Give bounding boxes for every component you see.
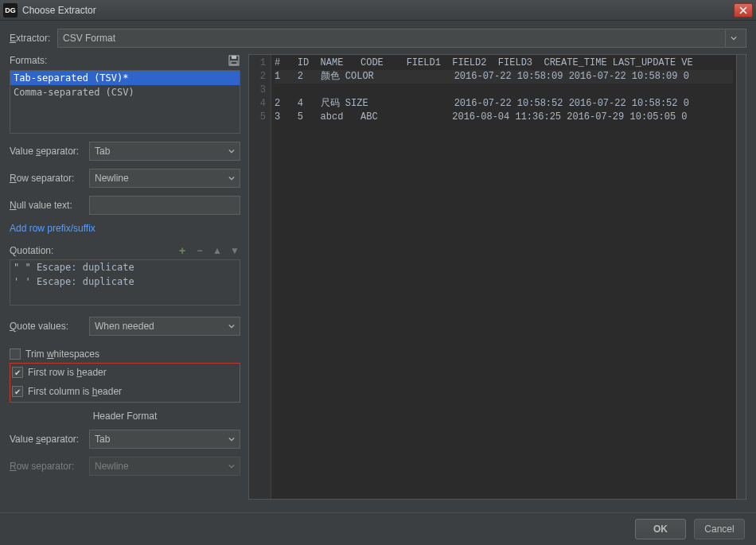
first-row-header-checkbox[interactable]: [12, 367, 23, 378]
quotation-row[interactable]: " " Escape: duplicate: [10, 260, 240, 274]
add-icon[interactable]: +: [177, 245, 188, 256]
value-separator-label: Value separator:: [10, 146, 89, 157]
chevron-down-icon: [725, 29, 741, 47]
hf-row-separator-value: Newline: [95, 461, 129, 472]
titlebar: DG Choose Extractor: [0, 0, 756, 21]
hf-value-separator-label: Value separator:: [10, 434, 89, 445]
hf-value-separator-combo[interactable]: Tab: [89, 430, 240, 449]
row-separator-combo[interactable]: Newline: [89, 169, 240, 188]
remove-icon[interactable]: −: [194, 245, 205, 256]
format-item-tsv[interactable]: Tab-separated (TSV)*: [10, 71, 240, 85]
save-icon[interactable]: [228, 54, 240, 67]
app-icon: DG: [3, 3, 18, 18]
svg-rect-2: [231, 61, 237, 64]
trim-whitespaces-label: Trim whitespaces: [25, 348, 99, 360]
ok-button[interactable]: OK: [635, 519, 686, 539]
vertical-scrollbar[interactable]: [736, 55, 746, 499]
header-format-title: Header Format: [10, 411, 240, 422]
header-options-highlight: First row is header First column is head…: [10, 363, 240, 403]
arrow-up-icon[interactable]: ▲: [212, 245, 223, 256]
first-col-header-label: First column is header: [28, 386, 122, 397]
close-button[interactable]: [734, 3, 753, 18]
row-separator-value: Newline: [95, 173, 129, 184]
button-bar: OK Cancel: [0, 512, 756, 544]
formats-list[interactable]: Tab-separated (TSV)* Comma-separated (CS…: [10, 70, 240, 134]
null-value-input[interactable]: [89, 196, 240, 215]
chevron-down-icon: [228, 173, 235, 184]
preview-text[interactable]: # ID NAME CODE FIELD1 FIELD2 FIELD3 CREA…: [271, 55, 736, 126]
chevron-down-icon: [228, 434, 235, 445]
extractor-value: CSV Format: [63, 33, 115, 44]
window-title: Choose Extractor: [22, 5, 734, 16]
hf-row-separator-combo[interactable]: Newline: [89, 457, 240, 476]
null-value-label: Null value text:: [10, 200, 89, 211]
quote-values-combo[interactable]: When needed: [89, 317, 240, 336]
value-separator-combo[interactable]: Tab: [89, 142, 240, 161]
extractor-combo[interactable]: CSV Format: [57, 29, 746, 48]
trim-whitespaces-checkbox[interactable]: [10, 348, 21, 360]
row-separator-label: Row separator:: [10, 173, 89, 184]
chevron-down-icon: [228, 321, 235, 332]
quotation-row[interactable]: ' ' Escape: duplicate: [10, 274, 240, 289]
arrow-down-icon[interactable]: ▼: [229, 245, 240, 256]
chevron-down-icon: [228, 461, 235, 472]
value-separator-value: Tab: [95, 146, 110, 157]
add-prefix-suffix-link[interactable]: Add row prefix/suffix: [10, 223, 95, 234]
first-col-header-checkbox[interactable]: [12, 386, 23, 397]
chevron-down-icon: [228, 146, 235, 157]
svg-rect-1: [232, 56, 236, 59]
hf-row-separator-label: Row separator:: [10, 461, 89, 472]
quotation-label: Quotation:: [10, 245, 53, 256]
hf-value-separator-value: Tab: [95, 434, 110, 445]
quotation-list[interactable]: " " Escape: duplicate ' ' Escape: duplic…: [10, 259, 240, 306]
formats-label: Formats:: [10, 55, 47, 66]
preview-pane: 1 2 3 4 5 # ID NAME CODE FIELD1 FIELD2 F…: [248, 54, 746, 500]
format-item-csv[interactable]: Comma-separated (CSV): [10, 85, 240, 99]
line-gutter: 1 2 3 4 5: [249, 55, 271, 499]
quote-values-value: When needed: [95, 321, 154, 332]
extractor-label: Extractor:: [10, 33, 57, 44]
quote-values-label: Quote values:: [10, 321, 89, 332]
dialog-body: Extractor: CSV Format Formats: Tab-separ…: [0, 21, 756, 512]
cancel-button[interactable]: Cancel: [694, 519, 745, 539]
first-row-header-label: First row is header: [28, 367, 107, 378]
left-panel: Formats: Tab-separated (TSV)* Comma-sepa…: [10, 54, 248, 500]
